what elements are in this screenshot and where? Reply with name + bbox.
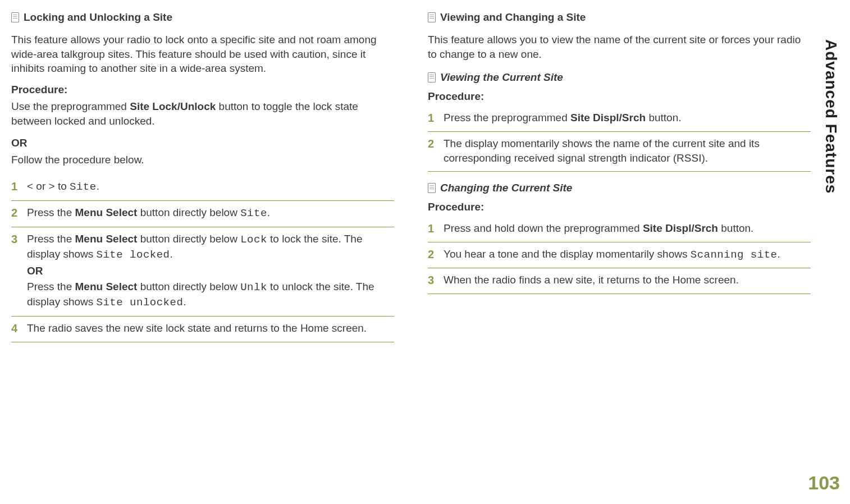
step-item: 3 When the radio finds a new site, it re… [428,268,811,294]
heading-text: Locking and Unlocking a Site [24,11,172,24]
text-fragment: Press the [27,281,75,292]
text-fragment: . [183,296,186,308]
procedure-label: Procedure: [428,201,811,213]
code-text: Unlk [240,281,267,294]
steps-list: 1 < or > to Site. 2 Press the Menu Selec… [11,175,394,342]
section-title-locking: Locking and Unlocking a Site [11,11,394,24]
or-label: OR [27,264,394,278]
step-number: 2 [428,136,436,152]
text-fragment: Press the [27,207,75,218]
step-number: 1 [11,179,19,194]
procedure-label: Procedure: [11,84,394,96]
step-item: 2 Press the Menu Select button directly … [11,201,394,227]
procedure-label: Procedure: [428,90,811,103]
step-body: Press the Menu Select button directly be… [27,205,394,221]
or-label: OR [11,136,394,150]
text-fragment: button. [718,222,753,234]
left-column: Locking and Unlocking a Site This featur… [11,11,394,342]
section-title-viewing: Viewing and Changing a Site [428,11,811,24]
procedure-text: Use the preprogrammed Site Lock/Unlock b… [11,99,394,128]
intro-paragraph: This feature allows your radio to lock o… [11,33,394,76]
code-text: Site locked [97,249,170,261]
step-body: When the radio finds a new site, it retu… [444,273,811,287]
step-number: 1 [428,221,436,236]
text-fragment: You hear a tone and the display momentar… [444,248,691,260]
step-body: The radio saves the new site lock state … [27,321,394,336]
code-text: Site [70,181,97,193]
text-fragment: . [267,207,270,218]
step-item: 1 < or > to Site. [11,175,394,201]
text-fragment: Press the [27,233,75,245]
step-number: 4 [11,321,19,336]
text-fragment: button directly below [137,207,240,218]
subheading-text: Viewing the Current Site [440,71,563,84]
text-fragment: Press the preprogrammed [444,112,570,123]
follow-text: Follow the procedure below. [11,153,394,167]
bold-text: Menu Select [75,281,138,292]
text-fragment: button directly below [137,233,240,245]
step-number: 2 [11,205,19,221]
step-item: 1 Press and hold down the preprogrammed … [428,217,811,242]
steps-list: 1 Press and hold down the preprogrammed … [428,217,811,295]
step-item: 2 You hear a tone and the display moment… [428,242,811,269]
step-number: 1 [428,111,436,126]
document-icon [428,12,436,22]
step-number: 3 [11,232,19,247]
document-icon [428,72,436,83]
code-text: Site [240,207,267,219]
text-fragment: . [777,248,780,260]
step-body: < or > to Site. [27,179,394,195]
sub-section-title-changing-current: Changing the Current Site [428,182,811,194]
code-text: Lock [240,233,267,246]
step-item: 4 The radio saves the new site lock stat… [11,317,394,342]
bold-text: Menu Select [75,233,138,245]
code-text: Site unlocked [97,296,184,309]
step-body: Press and hold down the preprogrammed Si… [444,221,811,236]
bold-text: Site Displ/Srch [570,112,646,123]
step-item: 2 The display momentarily shows the name… [428,132,811,171]
step-body: Press the Menu Select button directly be… [27,232,394,310]
bold-text: Menu Select [75,207,138,218]
page-number: 103 [808,472,840,494]
sub-section-title-viewing-current: Viewing the Current Site [428,71,811,84]
text-fragment: . [97,180,99,192]
document-icon [11,12,19,22]
right-column: Viewing and Changing a Site This feature… [428,11,811,342]
text-fragment: button directly below [137,281,240,292]
bold-text: Site Lock/Unlock [130,100,216,112]
step-item: 3 Press the Menu Select button directly … [11,227,394,317]
document-icon [428,183,436,193]
text-fragment: button. [646,112,681,123]
bold-text: Site Displ/Srch [643,222,718,234]
text-fragment: < or > to [27,180,70,192]
text-fragment: Press and hold down the preprogrammed [444,222,643,234]
code-text: Scanning site [691,249,778,261]
steps-list: 1 Press the preprogrammed Site Displ/Src… [428,106,811,171]
heading-text: Viewing and Changing a Site [440,11,586,24]
text-fragment: Use the preprogrammed [11,100,130,112]
step-number: 2 [428,247,436,262]
step-item: 1 Press the preprogrammed Site Displ/Src… [428,106,811,132]
step-body: The display momentarily shows the name o… [444,136,811,165]
side-section-label: Advanced Features [822,39,840,194]
text-fragment: . [170,248,172,260]
step-body: Press the preprogrammed Site Displ/Srch … [444,111,811,125]
step-number: 3 [428,273,436,288]
intro-paragraph: This feature allows you to view the name… [428,33,811,61]
step-body: You hear a tone and the display momentar… [444,247,811,263]
subheading-text: Changing the Current Site [440,182,572,194]
